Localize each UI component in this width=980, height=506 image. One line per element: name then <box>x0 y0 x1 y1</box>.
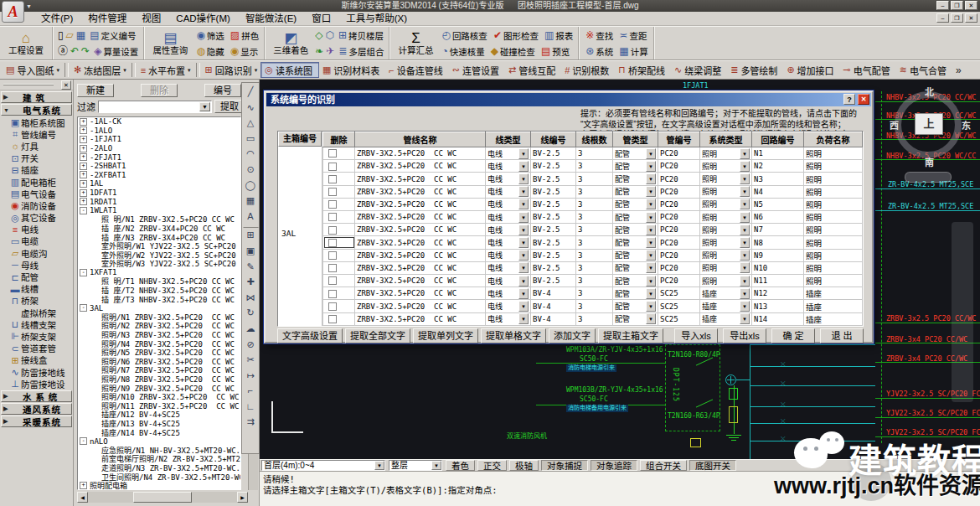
chevron-down-icon[interactable]: ▼ <box>646 301 656 312</box>
wire-type-cell[interactable]: 电线▼ <box>486 147 531 160</box>
sidebar-item[interactable]: ⊏ 配管 <box>0 271 73 282</box>
recognize-material-table[interactable]: ▦ 识别材料表 <box>319 62 385 78</box>
doc-minimize-button[interactable]: – <box>936 13 949 23</box>
wire-number-cell[interactable]: BV-2.5 <box>531 198 576 210</box>
wire-type-cell[interactable]: 电线▼ <box>486 236 531 249</box>
chevron-down-icon[interactable]: ▼ <box>646 250 656 261</box>
delete-checkbox[interactable] <box>328 302 337 311</box>
column-header[interactable]: 线根数 <box>576 132 613 147</box>
tree-expand-icon[interactable]: + <box>80 189 87 197</box>
duct-type-cell[interactable]: 配管▼ <box>613 236 658 249</box>
offset-icon[interactable]: ⌐ <box>243 383 259 399</box>
system-button[interactable]: ⊛系统 <box>584 44 615 59</box>
chevron-down-icon[interactable]: ▼ <box>646 199 656 209</box>
sidebar-item[interactable]: ─ 母线 <box>0 259 73 271</box>
tree-item[interactable]: +照明配电箱 <box>78 481 240 490</box>
duct-type-cell[interactable]: 配管▼ <box>613 224 658 236</box>
wire-number-cell[interactable]: BV-4 <box>531 300 576 312</box>
tint-button[interactable]: ▨拼色 <box>229 28 260 43</box>
chevron-down-icon[interactable]: ▼ <box>646 237 656 248</box>
spline-icon[interactable]: ∿ <box>243 100 259 116</box>
delete-checkbox[interactable] <box>328 188 337 196</box>
ZRBV-3X2.5+PC20 CC WC[interactable]: ZRBV-3X2.5+PC20 CC WC 电线▼ BV-4 3 配管▼ SC2… <box>323 312 863 325</box>
status-toggle[interactable]: 着色 <box>446 460 475 471</box>
pipe-name-cell[interactable]: ZRBV-3X2.5+PC20 CC WC <box>355 147 486 160</box>
status-toggle[interactable]: 对象追踪 <box>591 460 637 471</box>
text-style-icon[interactable]: ⓐ <box>58 46 68 56</box>
column-header[interactable]: 管编号 <box>658 132 700 147</box>
device-connect-pipe[interactable]: ⌐ 设备连管线 <box>385 62 448 78</box>
attribute-query-button[interactable]: ▤ 属性查询 <box>147 28 193 59</box>
wire-number-cell[interactable]: BV-2.5 <box>531 185 576 198</box>
circuit-number-cell[interactable]: N14 <box>752 312 804 325</box>
hide-button[interactable]: ◍隐藏 <box>194 44 225 59</box>
sidebar-item[interactable]: ▬ 线槽 <box>0 283 73 295</box>
tree-expand-icon[interactable]: - <box>80 437 87 445</box>
wire-count-cell[interactable]: 3 <box>576 312 613 325</box>
ZRBV-3X2.5+PC20 CC WC[interactable]: ZRBV-3X2.5+PC20 CC WC 电线▼ BV-2.5 3 配管▼ P… <box>323 211 863 224</box>
chevron-down-icon[interactable]: ▼ <box>646 212 656 223</box>
column-header[interactable]: 线编号 <box>531 132 576 147</box>
erase-icon[interactable]: ⊘ <box>243 337 259 353</box>
delete-cell[interactable] <box>323 300 355 312</box>
chevron-down-icon[interactable]: ▼ <box>740 173 750 184</box>
system-type-cell[interactable]: 照明▼ <box>700 211 752 224</box>
sidebar-item[interactable]: ⊞ 接线盒 <box>0 354 73 366</box>
app-minimize-button[interactable]: – <box>936 1 949 10</box>
chevron-down-icon[interactable]: ▼ <box>646 288 656 299</box>
duct-number-cell[interactable]: SC25 <box>658 287 700 300</box>
undo-icon[interactable]: ↶ <box>70 46 79 56</box>
horizontal-layout[interactable]: ≡ 水平布置 ▾ <box>137 62 194 78</box>
system-type-cell[interactable]: 照明▼ <box>700 236 752 249</box>
load-name-cell[interactable]: 照明 <box>804 224 863 236</box>
wire-count-cell[interactable]: 3 <box>576 300 613 312</box>
tree-horizontal-scrollbar[interactable]: ◀ ▶ <box>77 492 248 503</box>
dialog-close-icon[interactable]: ✕ <box>858 94 869 105</box>
chevron-down-icon[interactable]: ▼ <box>740 237 750 248</box>
chevron-down-icon[interactable]: ▼ <box>518 250 529 261</box>
pipe-wire-match[interactable]: ⇄ 管线互配 <box>505 62 561 78</box>
compass-top-view-button[interactable]: 上 <box>915 113 943 135</box>
circuit-number-cell[interactable]: N4 <box>752 185 804 198</box>
delete-checkbox[interactable] <box>328 315 337 323</box>
delete-cell[interactable] <box>323 198 355 210</box>
pipe-name-cell[interactable]: ZRBV-3X2.5+PC20 CC WC <box>355 173 486 185</box>
duct-number-cell[interactable]: PC20 <box>658 160 700 173</box>
define-number-button[interactable]: ▤定义编号 <box>88 28 137 43</box>
tree-expand-icon[interactable]: + <box>80 136 87 143</box>
delete-checkbox[interactable] <box>328 226 337 235</box>
wire-type-cell[interactable]: 电线▼ <box>486 211 531 224</box>
compass-west-label[interactable]: 西 <box>890 118 899 132</box>
sidebar-item[interactable]: ◉ 消防设备 <box>0 199 73 211</box>
load-name-cell[interactable]: 照明 <box>804 249 863 261</box>
calc-total-button[interactable]: Σ 计算汇总 <box>393 28 438 59</box>
copy-icon[interactable]: ⊞ <box>243 227 259 243</box>
dialog-action-button[interactable]: 文字高级设置 <box>277 328 343 343</box>
wire-count-cell[interactable]: 3 <box>576 198 613 210</box>
tree-item[interactable]: +-2XFBAT1 <box>78 171 240 180</box>
duct-type-cell[interactable]: 配管▼ <box>613 261 658 274</box>
delete-cell[interactable] <box>323 160 355 173</box>
tree-expand-icon[interactable]: + <box>80 198 87 205</box>
open-file-icon[interactable]: ▱ <box>66 30 74 40</box>
delete-checkbox[interactable] <box>328 175 337 183</box>
wire-type-cell[interactable]: 电线▼ <box>486 224 531 236</box>
polygon-icon[interactable]: △ <box>243 115 259 131</box>
load-name-cell[interactable]: 照明 <box>804 185 863 198</box>
wire-number-cell[interactable]: BV-4 <box>531 312 576 325</box>
ZRBV-3X2.5+PC20 CC WC[interactable]: ZRBV-3X2.5+PC20 CC WC 电线▼ BV-2.5 3 配管▼ P… <box>323 147 863 160</box>
tree-item[interactable]: +-1ALO <box>78 126 240 136</box>
wire-count-cell[interactable]: 3 <box>576 224 613 236</box>
system-type-cell[interactable]: 照明▼ <box>700 185 752 198</box>
tree-expand-icon[interactable]: - <box>80 269 87 276</box>
status-toggle[interactable]: 组合开关 <box>640 460 687 471</box>
chevron-down-icon[interactable]: ▼ <box>518 148 529 159</box>
delete-checkbox[interactable] <box>328 239 337 247</box>
chevron-down-icon[interactable]: ▼ <box>740 313 750 324</box>
collision-check-button[interactable]: ◆碰撞检查 <box>489 44 537 59</box>
sidebar-item[interactable]: ▭ 电缆 <box>0 235 73 247</box>
graphic-check-button[interactable]: ✔图形检查 <box>492 28 540 43</box>
chevron-down-icon[interactable]: ▼ <box>740 250 750 261</box>
chevron-down-icon[interactable]: ▼ <box>374 461 384 470</box>
tree-expand-icon[interactable]: + <box>80 180 87 188</box>
